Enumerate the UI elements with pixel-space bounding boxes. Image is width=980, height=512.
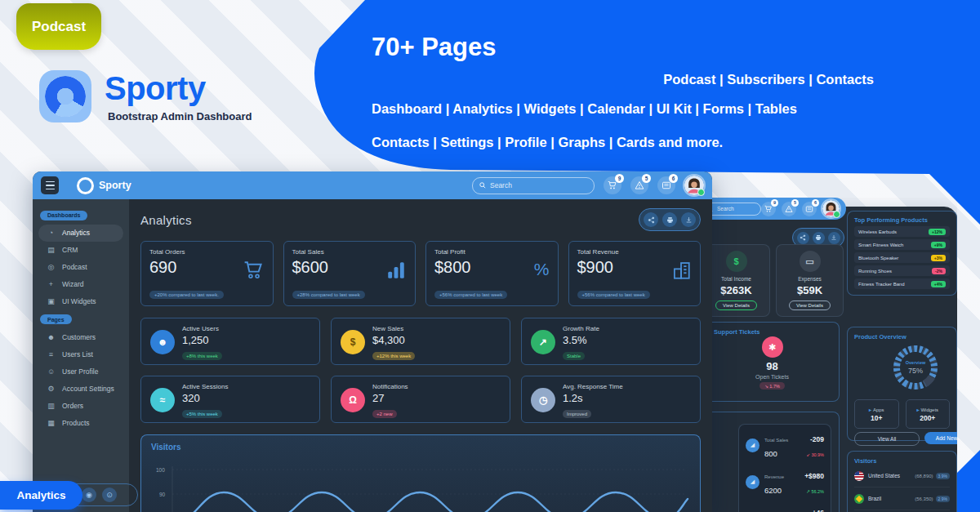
- percent-badge: 2.9%: [936, 496, 950, 502]
- view-details-button[interactable]: View Details: [715, 301, 757, 310]
- brand-name: Sporty: [105, 70, 252, 106]
- visitors-line-chart: 100 90 80: [151, 455, 690, 512]
- widgets-stat-box: ▸Widgets 200+: [906, 399, 951, 429]
- list-item: ◢ Products630 +46↗ 28.8%: [746, 504, 824, 512]
- growth-icon: ↗: [531, 330, 555, 354]
- view-details-button[interactable]: View Details: [789, 301, 831, 310]
- sporty-logo-icon: [39, 70, 91, 122]
- printer-icon: [666, 216, 674, 224]
- customers-icon: ☻: [47, 333, 56, 341]
- metric-card-avg-response-time: ◷ Avg. Response Time 1.2s Improved: [521, 376, 701, 423]
- sidebar-item-crm[interactable]: ▤CRM: [38, 242, 123, 259]
- online-status-dot: [697, 189, 705, 196]
- kpi-badge: +20% compared to last week.: [149, 291, 224, 299]
- sidebar-item-ui-widgets[interactable]: ▣UI Widgets: [38, 293, 123, 310]
- podcast-corner-badge: Podcast: [16, 3, 101, 50]
- trend-badge: -2%: [932, 268, 946, 274]
- navbar-brand[interactable]: Sporty: [77, 177, 131, 194]
- sidebar-item-analytics[interactable]: ◔Analytics: [38, 225, 123, 242]
- sidebar-item-users-list[interactable]: ≡Users List: [38, 345, 123, 363]
- tickets-trend-badge: ↘ 1.7%: [760, 382, 785, 390]
- visitors-panel: Visitors United States (68,890)3.9% Braz…: [847, 451, 957, 512]
- analytics-corner-badge: Analytics: [0, 481, 82, 510]
- messages-button[interactable]: 6: [802, 202, 817, 216]
- download-icon: [831, 234, 837, 241]
- overview-gauge: Overview 75%: [878, 341, 953, 394]
- building-icon: [670, 260, 692, 284]
- sales-summary-card: ◢ Total Sales800 -209↙ 30.9% ◢ Revenue62…: [738, 424, 831, 512]
- sporty-logo-icon: [77, 177, 94, 194]
- alert-triangle-icon: [785, 205, 793, 213]
- share-button[interactable]: [644, 212, 658, 227]
- list-icon: ≡: [47, 350, 56, 358]
- sidebar-item-customers[interactable]: ☻Customers: [38, 328, 123, 345]
- orders-icon: ▥: [47, 402, 56, 410]
- search-input[interactable]: Search: [472, 177, 595, 194]
- kpi-card-total-sales: Total Sales $600 +28% compared to last w…: [283, 241, 416, 306]
- secondary-dashboard-window: Search 9 5 6 $ Total In: [694, 198, 957, 512]
- hero-nav-more: and more.: [658, 135, 723, 149]
- top-products-panel: Top Performing Products Wireless Earbuds…: [847, 211, 957, 296]
- metric-badge: +5% this week: [182, 410, 222, 418]
- alerts-button[interactable]: 5: [630, 176, 648, 194]
- menu-toggle-button[interactable]: [41, 176, 59, 194]
- bell-icon: Ω: [341, 388, 365, 412]
- messages-count-badge: 6: [812, 199, 819, 207]
- share-button[interactable]: [797, 232, 809, 244]
- messages-button[interactable]: 6: [657, 176, 675, 194]
- hero-nav-row-3: Contacts | Settings | Profile | Graphs |…: [372, 135, 723, 150]
- download-icon: [685, 216, 693, 224]
- users-icon: ☻: [150, 330, 175, 354]
- alerts-count-badge: 5: [642, 174, 651, 183]
- trend-badge: +12%: [929, 229, 946, 235]
- power-icon-button[interactable]: ⊙: [102, 488, 117, 502]
- panel-title: Support Tickets: [714, 328, 831, 336]
- user-avatar[interactable]: [822, 200, 840, 217]
- sidebar-item-account-settings[interactable]: ⚙Account Settings: [38, 380, 123, 397]
- chart-icon: ◢: [746, 439, 760, 452]
- widgets-icon: ▣: [47, 297, 56, 305]
- hero-nav-row-2: Dashboard | Analytics | Widgets | Calend…: [372, 101, 963, 117]
- sidebar-item-podcast[interactable]: ◎Podcast: [38, 259, 123, 276]
- list-item: Running Shoes-2%: [854, 265, 950, 276]
- kpi-card-total-revenue: Total Revenue $900 +56% compared to last…: [568, 241, 702, 306]
- cart-icon: [764, 205, 773, 213]
- sidebar-item-user-profile[interactable]: ☺User Profile: [38, 363, 123, 380]
- caret-icon: ▸: [916, 407, 919, 412]
- hero-nav-row-1: Podcast | Subscribers | Contacts: [490, 72, 874, 87]
- print-button[interactable]: [813, 232, 825, 244]
- list-item: Wireless Earbuds+12%: [854, 226, 950, 237]
- products-icon: ▦: [47, 419, 56, 427]
- search-icon: [479, 182, 486, 189]
- download-button[interactable]: [828, 232, 840, 244]
- sidebar-item-wizard[interactable]: +Wizard: [38, 276, 123, 293]
- crm-icon: ▤: [47, 246, 56, 254]
- sidebar-section-pages: Pages: [40, 314, 72, 324]
- view-all-button[interactable]: View All: [854, 432, 920, 446]
- print-button[interactable]: [662, 212, 677, 227]
- online-status-dot: [833, 211, 840, 218]
- add-new-button[interactable]: Add New: [924, 432, 957, 444]
- alerts-button[interactable]: 5: [782, 202, 796, 216]
- cart-button[interactable]: 9: [604, 176, 621, 194]
- messages-icon: [805, 205, 813, 213]
- sidebar-item-products[interactable]: ▦Products: [38, 414, 123, 431]
- metric-badge: +2 new: [372, 410, 397, 418]
- cart-button[interactable]: 9: [761, 202, 776, 216]
- panel-title: Top Performing Products: [854, 216, 950, 224]
- user-avatar[interactable]: [684, 176, 704, 195]
- download-button[interactable]: [681, 212, 696, 227]
- eye-icon-button[interactable]: ◉: [82, 488, 96, 502]
- clock-icon: ◷: [531, 388, 555, 412]
- bar-chart-icon: [385, 260, 407, 284]
- list-item: ◢ Total Sales800 -209↙ 30.9%: [746, 430, 824, 460]
- sidebar-section-dashboards: Dashboards: [40, 211, 87, 220]
- metric-badge: +8% this week: [182, 352, 222, 360]
- kpi-card-total-profit: Total Profit $800 % +56% compared to las…: [425, 241, 559, 306]
- analytics-icon: ◔: [47, 229, 56, 237]
- panel-title: Visitors: [854, 457, 950, 465]
- sidebar-item-orders[interactable]: ▥Orders: [38, 397, 123, 414]
- messages-count-badge: 6: [669, 174, 678, 183]
- caret-icon: ▸: [869, 407, 871, 412]
- metric-card-notifications: Ω Notifications 27 +2 new: [331, 376, 510, 423]
